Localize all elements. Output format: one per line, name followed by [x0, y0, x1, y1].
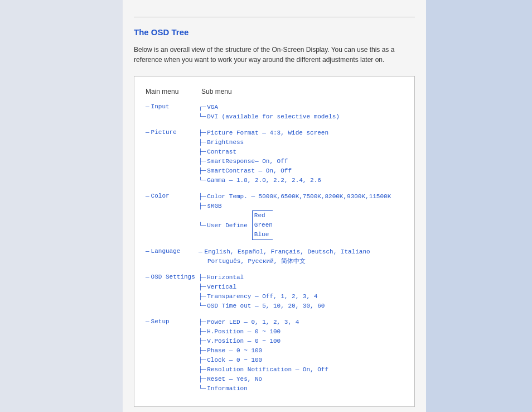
sub-line: ├─ Resolution Notification — On, Off	[199, 365, 403, 374]
sub-line: ├─ Clock — 0 ~ 100	[199, 355, 403, 365]
sub-text: Reset — Yes, No	[207, 376, 262, 382]
sub-line: ├─ Reset — Yes, No	[199, 374, 403, 384]
bracket: ├─	[199, 158, 206, 165]
sub-text: Horizontal	[207, 274, 244, 281]
sub-text: OSD Time out — 5, 10, 20, 30, 60	[207, 303, 325, 309]
bracket: ├─	[199, 366, 206, 373]
bracket: └─	[199, 303, 206, 309]
sub-line: ├─ Contrast	[199, 147, 403, 156]
main-label-color: Color	[151, 193, 170, 199]
intro-text: Below is an overall view of the structur…	[134, 45, 415, 65]
sub-line: ├─ sRGB	[199, 201, 403, 210]
sub-text-information: Information	[207, 385, 248, 392]
sub-text: Vertical	[207, 284, 236, 290]
main-content: The OSD Tree Below is an overall view of…	[123, 0, 426, 412]
tree-header: Main menu Sub menu	[146, 88, 403, 95]
spacer	[146, 187, 403, 191]
bracket-bottom: └─	[199, 113, 206, 120]
sub-text: Português, Русский, 简体中文	[207, 257, 306, 265]
section-language: — Language — English, Español, Français,…	[146, 247, 403, 266]
section-picture: — Picture ├─ Picture Format — 4:3, Wide …	[146, 128, 403, 185]
osd-tree-box: Main menu Sub menu — Input ┌─ VGA └─ DVI…	[134, 76, 415, 407]
section-color: — Color ├─ Color Temp. — 5000K,6500K,750…	[146, 191, 403, 240]
bracket-top: ┌─	[199, 104, 206, 111]
sub-text: SmartContrast — On, Off	[207, 167, 292, 174]
sub-line: ├─ Transparency — Off, 1, 2, 3, 4	[199, 291, 403, 301]
sub-line: └─ OSD Time out — 5, 10, 20, 30, 60	[199, 301, 403, 310]
sub-text: English, Español, Français, Deutsch, Ita…	[205, 248, 370, 255]
sub-text: User Define	[207, 222, 248, 229]
bracket: ├─	[199, 139, 206, 146]
sub-text: Clock — 0 ~ 100	[207, 357, 262, 363]
sidebar-left	[0, 0, 123, 412]
bracket: ├─	[199, 203, 206, 209]
sub-line: — English, Español, Français, Deutsch, I…	[199, 247, 403, 256]
sub-text: H.Position — 0 ~ 100	[207, 328, 280, 335]
sub-text: Resolution Notification — On, Off	[207, 366, 328, 373]
main-connector-language: —	[146, 248, 149, 255]
spacer	[146, 242, 403, 247]
bracket: ├─	[199, 130, 206, 136]
sub-line: ├─ SmartContrast — On, Off	[199, 166, 403, 175]
sub-text-vga: VGA	[207, 104, 218, 111]
sub-text: V.Position — 0 ~ 100	[207, 338, 280, 344]
user-define-green: Green	[254, 221, 273, 230]
main-label-osd: OSD Settings	[151, 274, 195, 280]
sub-text: Contrast	[207, 148, 236, 155]
top-divider	[134, 17, 415, 17]
spacer	[146, 268, 403, 272]
main-connector-setup: —	[146, 318, 149, 325]
bracket: ├─	[199, 338, 206, 344]
bracket: ├─	[199, 319, 206, 325]
bracket: ├─	[199, 193, 206, 200]
sub-line-phase: ├─ Phase — 0 ~ 100	[199, 346, 403, 355]
sub-text: Picture Format — 4:3, Wide screen	[207, 130, 328, 136]
main-connector-osd: —	[146, 274, 149, 280]
user-define-bracket: Red Green Blue	[252, 210, 273, 240]
bracket: ├─	[199, 357, 206, 363]
sub-text-dvi: DVI (available for selective models)	[207, 113, 340, 120]
sub-line: ├─ Horizontal	[199, 272, 403, 282]
sub-text: Brightness	[207, 139, 244, 146]
bracket: ├─	[199, 167, 206, 174]
sub-line: └─ DVI (available for selective models)	[199, 112, 403, 121]
bracket: ├─	[199, 328, 206, 335]
bracket: └─	[199, 177, 206, 184]
section-setup: — Setup ├─ Power LED — 0, 1, 2, 3, 4 ├─ …	[146, 317, 403, 393]
sub-line: ├─ SmartResponse— On, Off	[199, 156, 403, 166]
bracket: ├─	[199, 284, 206, 290]
main-connector-picture: —	[146, 129, 149, 136]
user-define-blue: Blue	[254, 230, 273, 239]
section-osd: — OSD Settings ├─ Horizontal ├─ Vertical…	[146, 272, 403, 310]
bracket: ├─	[199, 347, 206, 354]
spacer	[146, 313, 403, 317]
page-title: The OSD Tree	[134, 27, 415, 37]
sub-text: SmartResponse— On, Off	[207, 158, 288, 165]
sub-line: ├─ Brightness	[199, 137, 403, 147]
sub-text: Color Temp. — 5000K,6500K,7500K,8200K,93…	[207, 193, 391, 200]
bracket: └─	[199, 385, 206, 392]
bracket: └─	[199, 222, 206, 229]
sub-line: └─ User Define Red Green Blue	[199, 210, 403, 240]
sub-line: ┌─ VGA	[199, 102, 403, 112]
bracket: ├─	[199, 274, 206, 281]
main-label-setup: Setup	[151, 318, 170, 325]
sub-text: Power LED — 0, 1, 2, 3, 4	[207, 319, 299, 325]
header-sub: Sub menu	[201, 88, 380, 95]
sub-line: ├─ V.Position — 0 ~ 100	[199, 336, 403, 346]
sub-line: Português, Русский, 简体中文	[199, 256, 403, 266]
main-connector-input: —	[146, 103, 149, 110]
spacer	[146, 123, 403, 128]
main-connector-color: —	[146, 193, 149, 199]
section-input: — Input ┌─ VGA └─ DVI (available for sel…	[146, 102, 403, 121]
sub-line-information: └─ Information	[199, 384, 403, 393]
header-main: Main menu	[146, 88, 201, 95]
sub-line: ├─ Vertical	[199, 282, 403, 291]
sub-line: ├─ H.Position — 0 ~ 100	[199, 327, 403, 336]
bracket: ├─	[199, 293, 206, 300]
main-label-input: Input	[151, 103, 170, 110]
main-label-picture: Picture	[151, 129, 177, 136]
sub-text: Transparency — Off, 1, 2, 3, 4	[207, 293, 317, 300]
main-label-language: Language	[151, 248, 181, 255]
bracket: ├─	[199, 376, 206, 382]
